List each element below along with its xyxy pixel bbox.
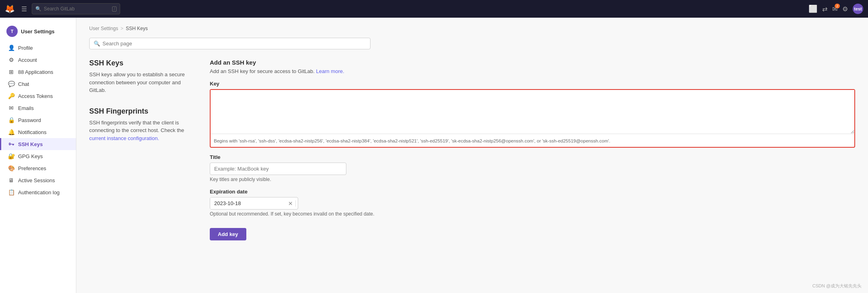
topnav-dock-icon[interactable]: ⬜ (809, 4, 817, 13)
search-page-icon: 🔍 (94, 41, 100, 47)
global-search-bar[interactable]: 🔍 / (32, 3, 120, 14)
chat-icon: 💬 (8, 81, 15, 87)
gitlab-logo-icon: 🦊 (5, 4, 15, 14)
sidebar-item-access-tokens[interactable]: 🔑 Access Tokens (0, 90, 76, 102)
sidebar-item-account[interactable]: ⚙ Account (0, 54, 76, 66)
expiry-hint: Optional but recommended. If set, key be… (210, 211, 855, 217)
gpg-keys-icon: 🔐 (8, 153, 15, 159)
topnav-notification-icon[interactable]: ✉ 2 (832, 5, 837, 13)
top-navigation: 🦊 ☰ 🔍 / ⬜ ⇄ ✉ 2 ⚙ test (0, 0, 868, 18)
sidebar-title: User Settings (21, 28, 55, 35)
main-layout: T User Settings 👤 Profile ⚙ Account ⊞ 88… (0, 18, 868, 293)
profile-icon: 👤 (8, 45, 15, 51)
sidebar-user-avatar: T (6, 26, 18, 37)
sidebar: T User Settings 👤 Profile ⚙ Account ⊞ 88… (0, 18, 76, 293)
sidebar-item-label: Password (18, 117, 41, 123)
search-page-bar[interactable]: 🔍 (89, 38, 371, 49)
form-subtitle: Add an SSH key for secure access to GitL… (210, 68, 855, 74)
account-icon: ⚙ (8, 57, 15, 63)
title-hint: Key titles are publicly visible. (210, 177, 855, 182)
sidebar-item-gpg-keys[interactable]: 🔐 GPG Keys (0, 150, 76, 162)
sidebar-item-label: Preferences (18, 165, 46, 171)
sidebar-item-label: Active Sessions (18, 177, 55, 183)
sidebar-item-label: Profile (18, 45, 33, 51)
sidebar-item-notifications[interactable]: 🔔 Notifications (0, 126, 76, 138)
sidebar-item-preferences[interactable]: 🎨 Preferences (0, 162, 76, 174)
breadcrumb-parent-link[interactable]: User Settings (89, 26, 118, 31)
ssh-fingerprints-title: SSH Fingerprints (89, 107, 194, 116)
active-sessions-icon: 🖥 (8, 177, 15, 183)
topnav-user-avatar[interactable]: test (853, 4, 863, 14)
sidebar-item-ssh-keys[interactable]: 🗝 SSH Keys (0, 138, 76, 150)
key-textarea[interactable] (211, 90, 854, 134)
watermark: CSDN @成为大铭先先头 (813, 283, 862, 289)
auth-log-icon: 📋 (8, 189, 15, 195)
topnav-actions: ⬜ ⇄ ✉ 2 ⚙ test (809, 4, 863, 14)
ssh-fingerprints-section: SSH Fingerprints SSH fingerprints verify… (89, 107, 194, 142)
title-input[interactable] (210, 163, 346, 175)
sidebar-item-auth-log[interactable]: 📋 Authentication log (0, 186, 76, 198)
content-area: SSH Keys SSH keys allow you to establish… (89, 59, 855, 240)
title-label: Title (210, 154, 855, 160)
sidebar-item-label: Notifications (18, 129, 47, 135)
global-search-input[interactable] (44, 6, 110, 12)
sidebar-item-applications[interactable]: ⊞ 88 Applications (0, 66, 76, 78)
hamburger-menu-icon[interactable]: ☰ (20, 4, 29, 14)
ssh-keys-desc: SSH keys allow you to establish a secure… (89, 71, 194, 94)
sidebar-item-chat[interactable]: 💬 Chat (0, 78, 76, 90)
expiry-input-wrapper: ✕ 📅 (210, 197, 298, 210)
expiry-field: Expiration date ✕ 📅 Optional but recomme… (210, 189, 855, 217)
content-left: SSH Keys SSH keys allow you to establish… (89, 59, 194, 142)
expiry-label: Expiration date (210, 189, 855, 195)
breadcrumb-current: SSH Keys (126, 26, 148, 31)
ssh-keys-title: SSH Keys (89, 59, 194, 67)
sidebar-item-emails[interactable]: ✉ Emails (0, 102, 76, 114)
content-right: Add an SSH key Add an SSH key for secure… (210, 59, 855, 240)
breadcrumb: User Settings > SSH Keys (89, 26, 855, 31)
sidebar-item-label: GPG Keys (18, 153, 43, 159)
breadcrumb-separator: > (121, 26, 123, 31)
key-field: Key Begins with 'ssh-rsa', 'ssh-dss', 'e… (210, 81, 855, 148)
preferences-icon: 🎨 (8, 165, 15, 171)
notifications-icon: 🔔 (8, 129, 15, 135)
topnav-merge-icon[interactable]: ⇄ (822, 5, 827, 13)
learn-more-link[interactable]: Learn more. (316, 68, 344, 74)
search-icon: 🔍 (35, 6, 41, 12)
search-shortcut: / (112, 6, 117, 12)
ssh-keys-icon: 🗝 (8, 141, 15, 147)
sidebar-item-label: Emails (18, 105, 34, 111)
sidebar-item-profile[interactable]: 👤 Profile (0, 42, 76, 54)
ssh-fingerprints-desc: SSH fingerprints verify that the client … (89, 119, 194, 142)
sidebar-item-label: Chat (18, 81, 29, 87)
sidebar-item-label: 88 Applications (18, 69, 53, 75)
topnav-settings-icon[interactable]: ⚙ (842, 5, 848, 13)
expiry-calendar-icon[interactable]: 📅 (295, 200, 298, 207)
access-tokens-icon: 🔑 (8, 93, 15, 99)
sidebar-item-active-sessions[interactable]: 🖥 Active Sessions (0, 174, 76, 186)
sidebar-item-label: Access Tokens (18, 93, 53, 99)
form-section-title: Add an SSH key (210, 59, 855, 66)
expiry-input[interactable] (210, 197, 286, 209)
expiry-clear-icon[interactable]: ✕ (286, 200, 295, 207)
search-page-input[interactable] (102, 41, 366, 47)
main-content: User Settings > SSH Keys 🔍 SSH Keys SSH … (76, 18, 868, 293)
sidebar-item-label: Authentication log (18, 189, 59, 195)
sidebar-item-password[interactable]: 🔒 Password (0, 114, 76, 126)
key-hint-text: Begins with 'ssh-rsa', 'ssh-dss', 'ecdsa… (211, 135, 854, 147)
fingerprints-config-link[interactable]: current instance configuration. (89, 135, 159, 141)
sidebar-item-label: Account (18, 57, 37, 63)
applications-icon: ⊞ (8, 69, 15, 75)
title-field: Title Key titles are publicly visible. (210, 154, 855, 182)
notification-badge: 2 (835, 4, 840, 8)
emails-icon: ✉ (8, 105, 15, 111)
sidebar-header: T User Settings (0, 22, 76, 42)
key-textarea-wrapper: Begins with 'ssh-rsa', 'ssh-dss', 'ecdsa… (210, 89, 855, 148)
add-key-button[interactable]: Add key (210, 228, 246, 240)
key-label: Key (210, 81, 855, 87)
password-icon: 🔒 (8, 117, 15, 123)
sidebar-item-label: SSH Keys (18, 141, 43, 147)
